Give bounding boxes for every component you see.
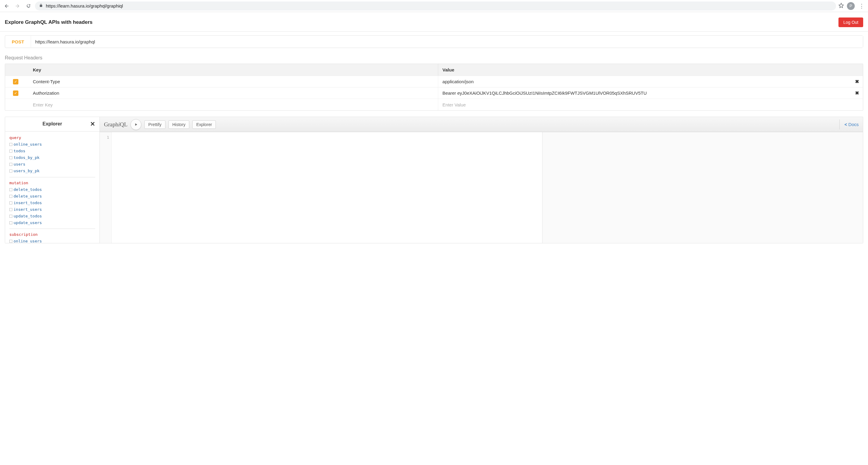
prettify-button[interactable]: Prettify	[144, 120, 165, 129]
checkbox-icon[interactable]	[9, 208, 12, 211]
headers-table-head: Key Value	[5, 64, 863, 76]
checkbox-icon[interactable]	[9, 156, 12, 159]
endpoint-url-input[interactable]	[31, 36, 863, 48]
schema-field-delete_users[interactable]: delete_users	[9, 193, 95, 200]
http-method-label: POST	[5, 36, 31, 48]
column-key: Key	[26, 67, 438, 72]
line-gutter: 1	[100, 132, 112, 243]
schema-field-insert_todos[interactable]: insert_todos	[9, 200, 95, 206]
lock-icon	[39, 4, 43, 8]
checkbox-icon[interactable]	[9, 221, 12, 224]
history-button[interactable]: History	[168, 120, 190, 129]
reload-button[interactable]	[24, 2, 33, 10]
chevron-left-icon: <	[844, 122, 847, 127]
checkbox-icon[interactable]	[9, 188, 12, 191]
editor-area: 1	[100, 132, 863, 243]
header-row: ✓ Content-Type application/json ✖	[5, 76, 863, 87]
schema-group-query: query	[9, 135, 95, 141]
query-editor[interactable]: 1	[100, 132, 542, 243]
avatar[interactable]: P	[847, 2, 855, 10]
schema-group-mutation: mutation	[9, 180, 95, 186]
header-value[interactable]: Bearer eyJ0eXAiOiJKV1QiLCJhbGciOiJSUzI1N…	[442, 90, 851, 95]
graphiql-main: GraphiQL Prettify History Explorer < Doc…	[100, 117, 863, 243]
checkbox-icon[interactable]	[9, 170, 12, 173]
schema-field-todos[interactable]: todos	[9, 148, 95, 154]
browser-chrome: https://learn.hasura.io/graphql/graphiql…	[0, 0, 868, 12]
back-button[interactable]	[2, 2, 11, 10]
schema-field-update_users[interactable]: update_users	[9, 220, 95, 226]
url-text: https://learn.hasura.io/graphql/graphiql	[46, 3, 123, 8]
logout-button[interactable]: Log Out	[838, 18, 863, 27]
explorer-header: Explorer ✕	[5, 117, 99, 132]
schema-field-todos_by_pk[interactable]: todos_by_pk	[9, 154, 95, 161]
page-header: Explore GraphQL APIs with headers Log Ou…	[0, 12, 868, 32]
delete-header-button[interactable]: ✖	[851, 79, 863, 84]
schema-group-subscription: subscription	[9, 231, 95, 238]
checkbox-icon[interactable]	[9, 201, 12, 204]
close-icon[interactable]: ✕	[90, 120, 95, 127]
header-row: ✓ Authorization Bearer eyJ0eXAiOiJKV1QiL…	[5, 87, 863, 99]
schema-field-online_users[interactable]: online_users	[9, 141, 95, 148]
header-key[interactable]: Authorization	[26, 90, 438, 95]
delete-header-button[interactable]: ✖	[851, 90, 863, 96]
forward-button[interactable]	[13, 2, 22, 10]
execute-button[interactable]	[130, 119, 141, 130]
endpoint-row: POST	[5, 35, 863, 48]
checkbox-icon[interactable]	[9, 150, 12, 153]
schema-field-delete_todos[interactable]: delete_todos	[9, 186, 95, 193]
schema-field-insert_users[interactable]: insert_users	[9, 206, 95, 213]
explorer-toggle-button[interactable]: Explorer	[192, 120, 216, 129]
explorer-title: Explorer	[42, 121, 62, 127]
schema-field-online_users[interactable]: online_users	[9, 238, 95, 243]
checkbox-icon[interactable]	[9, 163, 12, 166]
schema-field-users_by_pk[interactable]: users_by_pk	[9, 168, 95, 174]
column-value: Value	[438, 64, 851, 76]
header-key[interactable]: Content-Type	[26, 79, 438, 84]
menu-icon[interactable]: ⋮	[858, 3, 866, 9]
checkbox-icon[interactable]	[9, 240, 12, 243]
headers-table: Key Value ✓ Content-Type application/jso…	[5, 64, 863, 111]
graphiql-toolbar: GraphiQL Prettify History Explorer < Doc…	[100, 117, 863, 132]
result-pane	[542, 132, 863, 243]
schema-field-users[interactable]: users	[9, 161, 95, 168]
schema-field-update_todos[interactable]: update_todos	[9, 213, 95, 220]
graphiql-logo: GraphiQL	[104, 121, 127, 128]
header-enabled-checkbox[interactable]: ✓	[13, 79, 19, 84]
docs-button[interactable]: < Docs	[839, 119, 859, 129]
new-header-value-input[interactable]: Enter Value	[438, 99, 851, 110]
graphiql: Explorer ✕ queryonline_userstodostodos_b…	[5, 117, 863, 243]
header-value[interactable]: application/json	[442, 79, 851, 84]
star-icon[interactable]	[838, 3, 844, 9]
checkbox-icon[interactable]	[9, 143, 12, 146]
page-title: Explore GraphQL APIs with headers	[5, 19, 93, 25]
new-header-key-input[interactable]: Enter Key	[26, 102, 438, 107]
checkbox-icon[interactable]	[9, 195, 12, 198]
checkbox-icon[interactable]	[9, 215, 12, 218]
url-bar[interactable]: https://learn.hasura.io/graphql/graphiql	[35, 1, 836, 10]
schema-list: queryonline_userstodostodos_by_pkusersus…	[5, 132, 99, 243]
header-enabled-checkbox[interactable]: ✓	[13, 90, 19, 96]
explorer-panel: Explorer ✕ queryonline_userstodostodos_b…	[5, 117, 100, 243]
request-headers-label: Request Headers	[0, 50, 868, 64]
header-row-new: Enter Key Enter Value	[5, 99, 863, 110]
